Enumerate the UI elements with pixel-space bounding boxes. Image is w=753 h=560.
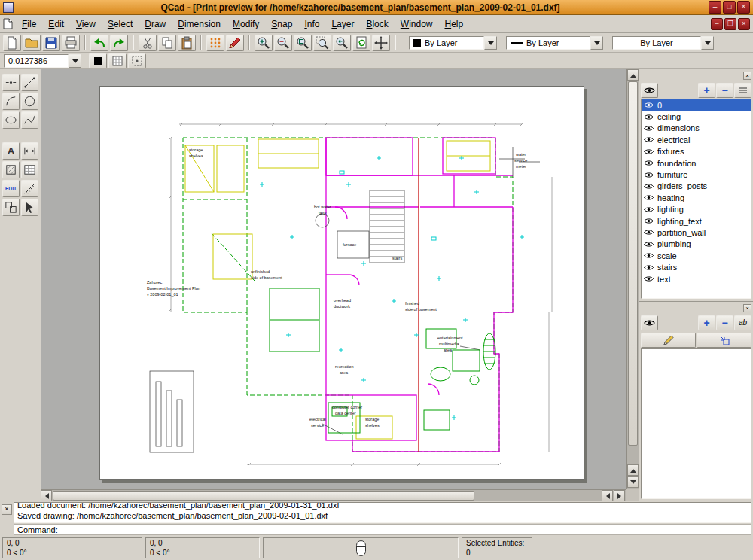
remove-layer-button[interactable]: − <box>716 83 733 98</box>
toggle-all-blocks-button[interactable] <box>641 315 658 330</box>
tool-hatch-button[interactable] <box>2 161 20 178</box>
layer-row-electrical[interactable]: electrical <box>642 134 751 145</box>
rename-block-button[interactable]: ab <box>734 315 751 330</box>
grid-toggle-button[interactable] <box>206 35 224 51</box>
scroll-up-button[interactable] <box>627 69 639 81</box>
print-button[interactable] <box>62 35 80 51</box>
vertical-scrollbar[interactable] <box>626 69 639 489</box>
layer-visibility-eye-icon[interactable] <box>644 114 654 120</box>
insert-block-button[interactable] <box>697 333 751 348</box>
fit-to-page-button[interactable] <box>108 53 127 68</box>
window-close-button[interactable]: × <box>737 1 750 14</box>
layer-row-heating[interactable]: heating <box>642 192 751 203</box>
scroll-left-button-2[interactable] <box>602 490 613 501</box>
layer-row-dimensions[interactable]: dimensions <box>642 123 751 134</box>
tool-arc-button[interactable] <box>2 93 20 110</box>
menu-item-snap[interactable]: Snap <box>265 17 298 32</box>
scroll-right-button[interactable] <box>614 490 625 501</box>
save-button[interactable] <box>42 35 60 51</box>
redraw-button[interactable] <box>352 35 370 51</box>
title-bar[interactable]: QCad - [Print preview for /home/kzahorec… <box>0 0 753 15</box>
layer-row-scale[interactable]: scale <box>642 250 751 261</box>
layer-row-furniture[interactable]: furniture <box>642 169 751 180</box>
tool-line-button[interactable] <box>21 74 38 91</box>
tool-edit-button[interactable]: EDIT <box>2 180 20 197</box>
tool-dimension-button[interactable] <box>21 142 38 160</box>
layer-row-0[interactable]: 0 <box>642 99 751 111</box>
layer-row-text[interactable]: text <box>642 273 751 285</box>
layer-visibility-eye-icon[interactable] <box>644 183 654 190</box>
redo-button[interactable] <box>110 35 128 51</box>
layer-row-lighting[interactable]: lighting <box>642 204 751 215</box>
scroll-down-button[interactable] <box>627 476 639 488</box>
layer-row-girders_posts[interactable]: girders_posts <box>642 181 751 192</box>
layer-visibility-eye-icon[interactable] <box>644 206 654 213</box>
layer-visibility-eye-icon[interactable] <box>644 160 654 166</box>
scroll-up-button-2[interactable] <box>627 464 639 476</box>
menu-item-window[interactable]: Window <box>395 17 439 32</box>
tool-circle-button[interactable] <box>21 93 38 110</box>
menu-item-file[interactable]: File <box>16 17 42 32</box>
layer-visibility-eye-icon[interactable] <box>644 218 654 224</box>
menu-item-layer[interactable]: Layer <box>325 17 360 32</box>
menu-item-modify[interactable]: Modify <box>227 17 265 32</box>
menu-item-block[interactable]: Block <box>360 17 394 32</box>
mdi-minimize-button[interactable]: – <box>711 18 723 30</box>
tool-select-button[interactable] <box>21 199 38 216</box>
layer-visibility-eye-icon[interactable] <box>644 229 654 236</box>
close-icon[interactable]: × <box>743 304 751 312</box>
layer-visibility-eye-icon[interactable] <box>644 125 654 132</box>
layer-visibility-eye-icon[interactable] <box>644 148 654 155</box>
menu-item-view[interactable]: View <box>70 17 102 32</box>
add-block-button[interactable]: + <box>698 315 715 330</box>
layer-row-fixtures[interactable]: fixtures <box>642 146 751 157</box>
new-file-button[interactable] <box>3 35 21 51</box>
layer-menu-icon[interactable] <box>734 83 751 98</box>
tool-spline-button[interactable] <box>21 111 38 129</box>
paste-button[interactable] <box>178 35 196 51</box>
tool-point-button[interactable] <box>2 74 20 91</box>
zoom-window-button[interactable] <box>313 35 331 51</box>
tool-ellipse-button[interactable] <box>2 111 20 129</box>
block-dock-titlebar[interactable]: × <box>639 302 753 314</box>
layer-visibility-eye-icon[interactable] <box>644 136 654 143</box>
zoom-previous-button[interactable] <box>333 35 351 51</box>
pen-edit-button[interactable] <box>226 35 244 51</box>
line-width-select[interactable]: By Layer <box>506 36 603 50</box>
horizontal-scrollbar[interactable] <box>41 489 626 501</box>
layer-visibility-eye-icon[interactable] <box>644 194 654 201</box>
edit-block-button[interactable] <box>641 333 696 348</box>
layer-row-ceiling[interactable]: ceiling <box>642 111 751 122</box>
layer-row-foundation[interactable]: foundation <box>642 157 751 169</box>
open-file-button[interactable] <box>23 35 41 51</box>
menu-item-help[interactable]: Help <box>438 17 469 32</box>
menu-item-dimension[interactable]: Dimension <box>172 17 227 32</box>
window-minimize-button[interactable]: – <box>709 1 721 14</box>
layer-visibility-eye-icon[interactable] <box>644 275 654 282</box>
menu-item-edit[interactable]: Edit <box>42 17 70 32</box>
layer-visibility-eye-icon[interactable] <box>644 264 654 271</box>
layer-row-plumbing[interactable]: plumbing <box>642 239 751 250</box>
zoom-out-button[interactable] <box>274 35 292 51</box>
toggle-all-layers-button[interactable] <box>641 83 658 98</box>
close-icon[interactable]: × <box>743 72 751 80</box>
layer-row-stairs[interactable]: stairs <box>642 261 751 272</box>
tool-text-button[interactable]: A <box>2 142 20 160</box>
vertical-scroll-thumb[interactable] <box>628 81 638 446</box>
copy-button[interactable] <box>158 35 176 51</box>
scroll-left-button[interactable] <box>41 490 52 501</box>
horizontal-scroll-thumb[interactable] <box>53 491 474 501</box>
undo-button[interactable] <box>90 35 108 51</box>
mdi-restore-button[interactable]: ❐ <box>724 18 736 30</box>
menu-item-draw[interactable]: Draw <box>139 17 172 32</box>
scale-combo[interactable]: 0.0127386 <box>4 54 81 68</box>
tool-block-button[interactable] <box>2 199 20 216</box>
mdi-close-button[interactable]: × <box>738 18 750 30</box>
remove-block-button[interactable]: − <box>716 315 733 330</box>
window-maximize-button[interactable]: □ <box>723 1 736 14</box>
layer-visibility-eye-icon[interactable] <box>644 172 654 178</box>
layer-visibility-eye-icon[interactable] <box>644 241 654 248</box>
drawing-canvas[interactable]: Zahorec Basement Improvement Plan v 2009… <box>41 69 639 501</box>
pan-button[interactable] <box>372 35 390 51</box>
line-style-select[interactable]: By Layer <box>612 36 714 50</box>
